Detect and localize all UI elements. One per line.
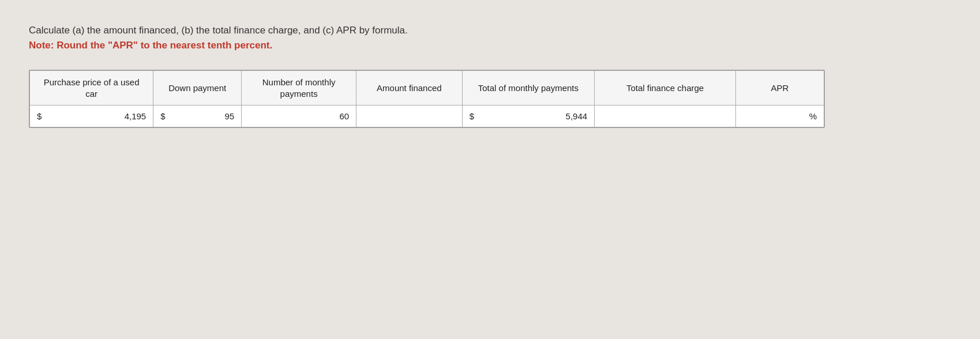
header-finance-charge: Total finance charge [595, 71, 736, 106]
finance-table: Purchase price of a used car Down paymen… [29, 70, 824, 127]
header-down: Down payment [153, 71, 242, 106]
header-purchase: Purchase price of a used car [30, 71, 153, 106]
instruction-line1: Calculate (a) the amount financed, (b) t… [29, 23, 951, 38]
header-apr: APR [735, 71, 824, 106]
finance-charge-input[interactable] [602, 111, 729, 121]
data-table-wrapper: Purchase price of a used car Down paymen… [29, 70, 825, 128]
header-total-monthly: Total of monthly payments [462, 71, 595, 106]
cell-monthly-num: 60 [242, 106, 356, 127]
header-monthly-num: Number of monthly payments [242, 71, 356, 106]
cell-total-monthly: $ 5,944 [462, 106, 595, 127]
purchase-dollar-sign: $ [37, 111, 42, 121]
cell-down: $ 95 [153, 106, 242, 127]
amount-financed-input[interactable] [363, 111, 455, 121]
down-dollar-sign: $ [160, 111, 165, 121]
cell-amount-financed[interactable] [356, 106, 463, 127]
apr-percent-sign: % [809, 111, 817, 121]
instruction-note: Note: Round the "APR" to the nearest ten… [29, 38, 951, 53]
header-amount-financed: Amount financed [356, 71, 463, 106]
total-monthly-dollar-sign: $ [470, 111, 474, 121]
total-monthly-value: 5,944 [476, 111, 587, 121]
purchase-value: 4,195 [44, 111, 146, 121]
cell-apr[interactable]: % [735, 106, 824, 127]
cell-purchase: $ 4,195 [30, 106, 153, 127]
instructions: Calculate (a) the amount financed, (b) t… [29, 23, 951, 52]
table-row: $ 4,195 $ 95 60 [30, 106, 824, 127]
cell-finance-charge[interactable] [595, 106, 736, 127]
monthly-num-value: 60 [339, 111, 349, 121]
apr-input[interactable] [743, 111, 809, 121]
down-value: 95 [168, 111, 235, 121]
